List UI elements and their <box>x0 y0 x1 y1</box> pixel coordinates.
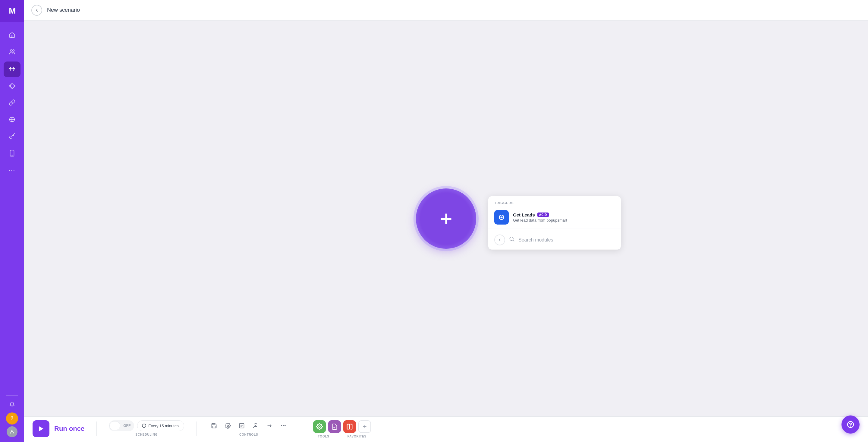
sidebar-item-scenarios[interactable] <box>4 61 21 77</box>
sidebar: M <box>0 0 24 442</box>
home-icon <box>9 32 16 40</box>
sidebar-item-more[interactable]: ⋯ <box>4 163 21 178</box>
sidebar-item-team[interactable] <box>4 45 21 60</box>
tools-label: TOOLS <box>318 435 330 439</box>
favorites-label: FAVORITES <box>347 435 367 439</box>
search-modules-row[interactable]: Search modules <box>488 230 621 249</box>
notes-control-icon[interactable] <box>236 420 247 431</box>
help-bubble-button[interactable] <box>841 415 860 434</box>
controls-section: CONTROLS <box>209 420 289 437</box>
svg-point-5 <box>10 136 12 138</box>
tools-green-icon[interactable] <box>313 420 326 433</box>
header: New scenario <box>24 0 868 21</box>
main-content: New scenario + TRIGGERS <box>24 0 868 442</box>
get-leads-item[interactable]: Get Leads ACID Get lead data from popups… <box>488 207 621 227</box>
sidebar-item-web[interactable] <box>4 112 21 128</box>
tools-row: + <box>313 420 371 433</box>
flow-control-icon[interactable] <box>264 420 275 431</box>
sidebar-nav: ⋯ <box>0 22 24 392</box>
avatar[interactable] <box>7 426 18 437</box>
svg-rect-17 <box>240 423 244 428</box>
sidebar-item-devices[interactable] <box>4 146 21 161</box>
phone-icon <box>9 150 15 158</box>
svg-point-16 <box>227 425 229 426</box>
scenarios-icon <box>9 65 16 73</box>
sidebar-divider <box>6 395 18 395</box>
tools-red-icon[interactable] <box>343 420 356 433</box>
team-icon <box>9 49 16 57</box>
search-modules-text: Search modules <box>518 237 553 242</box>
schedule-interval-button[interactable]: Every 15 minutes. <box>137 420 184 431</box>
divider-v <box>96 421 97 436</box>
popupsmart-icon <box>494 210 509 224</box>
add-favorite-button[interactable]: + <box>358 420 371 433</box>
scheduling-section: OFF Every 15 minutes. SCHEDULING <box>109 420 184 437</box>
scheduling-label: SCHEDULING <box>135 433 158 437</box>
bottom-bar: Run once OFF Every 15 minutes. SCHEDULIN… <box>24 416 868 442</box>
panel-back-button[interactable] <box>494 234 505 245</box>
get-leads-title: Get Leads ACID <box>513 212 615 217</box>
controls-label: CONTROLS <box>239 433 258 437</box>
svg-point-8 <box>11 430 13 432</box>
run-once-button[interactable] <box>33 420 50 437</box>
scenario-canvas: + TRIGGERS Get Leads <box>24 21 868 416</box>
svg-point-13 <box>510 237 513 241</box>
acid-badge: ACID <box>537 212 549 217</box>
controls-row <box>209 420 289 431</box>
help-icon[interactable]: ? <box>6 412 18 424</box>
puzzle-icon <box>9 82 16 90</box>
globe-icon <box>9 116 16 124</box>
save-control-icon[interactable] <box>209 420 219 431</box>
sidebar-bottom: ? <box>6 399 18 442</box>
triggers-label: TRIGGERS <box>488 196 621 207</box>
divider-v-3 <box>301 421 301 436</box>
toggle-off-text: OFF <box>120 423 133 428</box>
svg-point-1 <box>13 50 14 51</box>
app-logo[interactable]: M <box>0 0 24 22</box>
run-once-label: Run once <box>54 425 84 433</box>
divider-v-2 <box>196 421 196 436</box>
magic-control-icon[interactable] <box>250 420 261 431</box>
search-icon <box>509 236 515 244</box>
sidebar-item-home[interactable] <box>4 28 21 43</box>
svg-point-21 <box>319 426 321 428</box>
add-module-button[interactable]: + <box>416 188 476 249</box>
plus-icon: + <box>440 208 453 230</box>
more-icon: ⋯ <box>8 167 16 175</box>
tools-section: + TOOLS FAVORITES <box>313 420 371 439</box>
sidebar-item-modules[interactable] <box>4 79 21 94</box>
scheduling-toggle[interactable]: OFF <box>109 420 134 431</box>
schedule-text: Every 15 minutes. <box>148 423 180 428</box>
svg-marker-14 <box>39 426 43 431</box>
module-picker-panel: TRIGGERS Get Leads ACID <box>488 196 621 249</box>
back-button[interactable] <box>31 5 42 16</box>
svg-point-0 <box>10 50 12 51</box>
svg-point-20 <box>285 425 286 426</box>
svg-point-19 <box>283 425 284 426</box>
more-control-icon[interactable] <box>278 420 289 431</box>
svg-point-18 <box>281 425 282 426</box>
scheduling-controls: OFF Every 15 minutes. <box>109 420 184 431</box>
tools-purple-icon[interactable] <box>328 420 341 433</box>
popup-divider <box>488 229 621 229</box>
run-once-section: Run once <box>33 420 84 442</box>
sidebar-item-keys[interactable] <box>4 129 21 145</box>
get-leads-content: Get Leads ACID Get lead data from popups… <box>513 212 615 222</box>
key-icon <box>9 133 16 141</box>
toggle-thumb <box>110 421 120 430</box>
page-title: New scenario <box>47 7 80 13</box>
settings-control-icon[interactable] <box>222 420 233 431</box>
sidebar-item-connections[interactable] <box>4 95 21 111</box>
link-icon <box>9 99 16 107</box>
get-leads-desc: Get lead data from popupsmart <box>513 218 615 222</box>
svg-point-7 <box>12 155 12 155</box>
bell-icon[interactable] <box>6 399 18 411</box>
